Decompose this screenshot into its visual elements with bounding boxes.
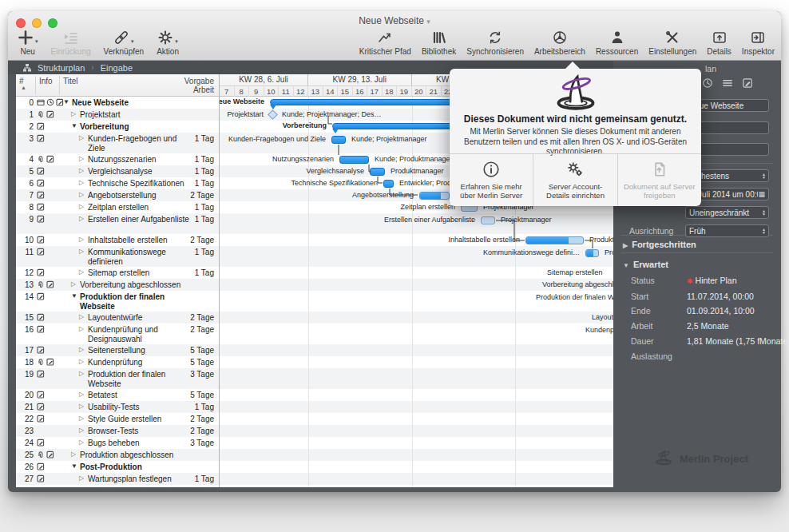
outline-row[interactable]: 15▷Layoutentwürfe2 Tage bbox=[16, 312, 219, 324]
section-fortgeschritten[interactable]: ▶Fortgeschritten bbox=[623, 240, 696, 249]
disclosure-open-icon[interactable]: ▼ bbox=[71, 463, 77, 470]
disclosure-leaf-icon[interactable]: ▷ bbox=[79, 415, 84, 422]
outline-row[interactable]: 4▷Nutzungsszenarien1 Tag bbox=[16, 153, 219, 165]
disclosure-leaf-icon[interactable]: ▷ bbox=[79, 427, 84, 434]
disclosure-leaf-icon[interactable]: ▷ bbox=[79, 191, 84, 198]
list-lines-icon[interactable] bbox=[721, 77, 734, 89]
outline-row[interactable]: 23▷Browser-Tests2 Tage bbox=[16, 425, 219, 437]
toolbar-button-arbeitsbereich[interactable]: Arbeitsbereich bbox=[534, 28, 585, 56]
disclosure-leaf-icon[interactable]: ▷ bbox=[79, 325, 84, 332]
column-header-info[interactable]: Info bbox=[39, 77, 53, 85]
outline-row[interactable]: 1▷Projektstart bbox=[16, 109, 219, 121]
select-field-ausrichtung[interactable]: Früh▲▼ bbox=[685, 224, 769, 237]
outline-row[interactable]: 8▷Zeitplan erstellen1 Tag bbox=[16, 201, 219, 213]
column-header-arbeit[interactable]: Arbeit bbox=[193, 85, 214, 94]
toolbar-button-details[interactable]: Details bbox=[707, 28, 732, 56]
toolbar-button-aktion[interactable]: ▾Aktion bbox=[157, 28, 179, 56]
outline-row[interactable]: 14▼Produktion der finalen Webseite bbox=[16, 291, 219, 312]
toolbar-button-inspektor[interactable]: Inspektor bbox=[742, 28, 775, 56]
outline-row[interactable]: 25▷Produktion abgeschlossen bbox=[16, 449, 219, 461]
outline-row[interactable]: 6▷Technische Spezifikationen1 Tag bbox=[16, 177, 219, 189]
disclosure-open-icon[interactable]: ▼ bbox=[63, 98, 69, 105]
sort-ascending-icon[interactable]: ▲ bbox=[21, 85, 26, 90]
stepper-icon[interactable]: ▲▼ bbox=[762, 173, 766, 179]
outline-row[interactable]: 27▷Wartungsplan festlegen1 Tag bbox=[16, 473, 219, 485]
outline-row[interactable]: 10▷Inhaltstabelle erstellen2 Tage bbox=[16, 234, 219, 246]
disclosure-leaf-icon[interactable]: ▷ bbox=[79, 248, 84, 255]
disclosure-leaf-icon[interactable]: ▷ bbox=[79, 179, 84, 186]
tab-strukturplan[interactable]: Strukturplan bbox=[38, 63, 85, 73]
outline-row[interactable]: 22▷Style Guide erstellen2 Tage bbox=[16, 413, 219, 425]
disclosure-leaf-icon[interactable]: ▷ bbox=[71, 451, 76, 458]
outline-row[interactable]: 21▷Usability-Tests1 Tag bbox=[16, 401, 219, 413]
outline-row[interactable]: 0▼Neue Webseite bbox=[16, 97, 219, 109]
toolbar-button-verknuepfen[interactable]: ▾Verknüpfen bbox=[104, 28, 145, 56]
outline-row[interactable]: 17▷Seitenerstellung5 Tage bbox=[16, 344, 219, 356]
outline-row[interactable]: 3▷Kunden-Fragebogen und Ziele1 Tag bbox=[16, 133, 219, 153]
gantt-task-bar[interactable] bbox=[419, 192, 450, 200]
outline-row[interactable]: 9▷Erstellen einer Aufgabenliste1 Tag bbox=[16, 213, 219, 234]
disclosure-leaf-icon[interactable]: ▷ bbox=[79, 403, 84, 410]
outline-row[interactable]: 7▷Angebotserstellung2 Tage bbox=[16, 189, 219, 201]
disclosure-leaf-icon[interactable]: ▷ bbox=[79, 346, 84, 353]
column-header-titel[interactable]: Titel bbox=[63, 77, 78, 85]
outline-row[interactable]: 16▷Kundenprüfung und Designauswahl2 Tage bbox=[16, 324, 219, 344]
stepper-icon[interactable]: ▲▼ bbox=[762, 228, 766, 234]
disclosure-leaf-icon[interactable]: ▷ bbox=[79, 167, 84, 174]
disclosure-leaf-icon[interactable]: ▷ bbox=[79, 236, 84, 243]
disclosure-leaf-icon[interactable]: ▷ bbox=[79, 474, 84, 482]
outline-row[interactable]: 19▷Produktion der finalen Webseite3 Tage bbox=[16, 368, 219, 389]
outline-row[interactable]: 13▷Vorbereitung abgeschlossen bbox=[16, 279, 219, 291]
toolbar-button-synchronisieren[interactable]: Synchronisieren bbox=[466, 28, 524, 56]
tab-eingabe[interactable]: Eingabe bbox=[101, 63, 133, 73]
toolbar-button-kritischer-pfad[interactable]: Kritischer Pfad bbox=[359, 28, 411, 56]
disclosure-leaf-icon[interactable]: ▷ bbox=[79, 203, 84, 210]
title-chevron-down-icon[interactable]: ▾ bbox=[426, 18, 430, 26]
disclosure-leaf-icon[interactable]: ▷ bbox=[79, 391, 84, 398]
disclosure-open-icon[interactable]: ▼ bbox=[71, 122, 77, 129]
select-field-einschraenkung[interactable]: Uneingeschränkt▲▼ bbox=[685, 206, 769, 219]
popover-button-server-account[interactable]: Server Account-Details einrichten bbox=[533, 154, 617, 206]
gantt-task-bar[interactable] bbox=[481, 216, 495, 224]
merlin-hat-icon bbox=[450, 73, 701, 111]
gantt-task-bar[interactable] bbox=[525, 236, 584, 244]
disclosure-leaf-icon[interactable]: ▷ bbox=[79, 134, 84, 141]
section-erwartet[interactable]: ▼Erwartet bbox=[623, 260, 668, 269]
outline-row[interactable]: 18▷Kundenprüfung5 Tage bbox=[16, 356, 219, 368]
disclosure-leaf-icon[interactable]: ▷ bbox=[79, 370, 84, 377]
disclosure-leaf-icon[interactable]: ▷ bbox=[71, 280, 76, 288]
popover-button-mehr-erfahren[interactable]: Erfahren Sie mehr über Merlin Server bbox=[450, 154, 533, 206]
gantt-bar-label: Kundenprüfung und Designauswahl bbox=[585, 326, 613, 334]
gantt-task-bar[interactable] bbox=[585, 249, 599, 257]
row-number: 16 bbox=[16, 325, 34, 334]
disclosure-leaf-icon[interactable]: ▷ bbox=[71, 110, 76, 117]
disclosure-leaf-icon[interactable]: ▷ bbox=[79, 215, 84, 222]
gantt-task-bar[interactable] bbox=[370, 168, 385, 176]
gantt-task-bar[interactable] bbox=[383, 180, 394, 188]
outline-row[interactable]: 20▷Betatest5 Tage bbox=[16, 389, 219, 401]
outline-row[interactable]: 11▷Kommunikationswege definieren1 Tag bbox=[16, 246, 219, 267]
outline-row[interactable]: 5▷Vergleichsanalyse1 Tag bbox=[16, 165, 219, 177]
task-title: Seitenerstellung bbox=[88, 346, 193, 355]
disclosure-leaf-icon[interactable]: ▷ bbox=[79, 155, 84, 162]
outline-row[interactable]: 2▼Vorbereitung bbox=[16, 121, 219, 133]
calendar-icon[interactable]: ▦ bbox=[758, 190, 765, 198]
stepper-icon[interactable]: ▲▼ bbox=[762, 209, 766, 216]
column-header-vorgabe[interactable]: Vorgabe bbox=[184, 77, 214, 85]
outline-row[interactable]: 26▼Post-Produktion bbox=[16, 461, 219, 473]
outline-row[interactable]: 24▷Bugs beheben3 Tage bbox=[16, 437, 219, 449]
toolbar-button-bibliothek[interactable]: Bibliothek bbox=[422, 28, 456, 56]
toolbar-button-einstellungen[interactable]: Einstellungen bbox=[648, 28, 696, 56]
toolbar-button-neu[interactable]: ▾Neu bbox=[18, 28, 38, 56]
disclosure-leaf-icon[interactable]: ▷ bbox=[79, 358, 84, 365]
note-edit-icon[interactable] bbox=[741, 77, 754, 89]
gantt-task-bar[interactable] bbox=[339, 156, 369, 164]
disclosure-leaf-icon[interactable]: ▷ bbox=[79, 439, 84, 446]
history-icon[interactable] bbox=[701, 77, 714, 89]
disclosure-leaf-icon[interactable]: ▷ bbox=[79, 313, 84, 320]
disclosure-leaf-icon[interactable]: ▷ bbox=[79, 268, 84, 276]
outline-row[interactable]: 12▷Sitemap erstellen1 Tag bbox=[16, 267, 219, 279]
toolbar-button-ressourcen[interactable]: Ressourcen bbox=[596, 28, 638, 56]
gantt-task-bar[interactable] bbox=[331, 136, 346, 144]
disclosure-open-icon[interactable]: ▼ bbox=[71, 292, 77, 300]
